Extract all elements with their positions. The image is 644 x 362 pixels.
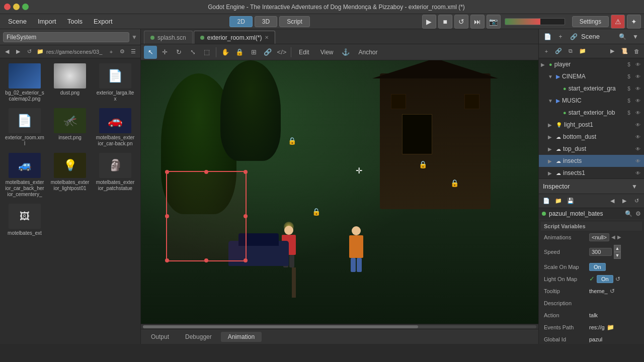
filesystem-dropdown[interactable]: FileSystem — [3, 32, 129, 42]
light-on-map-toggle[interactable]: On — [597, 275, 613, 283]
fs-view-button[interactable]: ☰ — [128, 47, 138, 57]
fs-forward-button[interactable]: ▶ — [13, 47, 23, 57]
tooltip-reset[interactable]: ↺ — [610, 288, 615, 295]
insp-file-btn[interactable]: 📄 — [541, 196, 552, 207]
window-controls[interactable] — [4, 4, 29, 10]
menu-export[interactable]: Export — [89, 16, 118, 27]
tool-script[interactable]: </> — [275, 46, 288, 59]
tree-eye-top_dust[interactable]: 👁 — [634, 145, 642, 153]
tree-item-start_exterior_gra[interactable]: ●start_exterior_gra$👁 — [539, 82, 644, 95]
tool-select2[interactable]: ⬚ — [200, 46, 213, 59]
tab-animation[interactable]: Animation — [221, 332, 262, 342]
light-on-map-reset[interactable]: ↺ — [615, 276, 620, 283]
anim-arrow-left[interactable]: ◀ — [611, 234, 615, 240]
view-2d-button[interactable]: 2D — [229, 16, 252, 27]
view-script-button[interactable]: Script — [279, 16, 310, 27]
view-3d-button[interactable]: 3D — [255, 16, 277, 27]
speed-input[interactable]: 300 — [589, 248, 612, 256]
close-button[interactable] — [4, 4, 11, 10]
fs-dropdown-arrow[interactable]: ▼ — [131, 34, 137, 41]
tree-arrow-CINEMA[interactable]: ▼ — [548, 74, 554, 79]
tool-scale[interactable]: ⤡ — [186, 46, 199, 59]
sel-handle-tl[interactable] — [165, 170, 169, 174]
tool-link[interactable]: 🔗 — [261, 46, 274, 59]
tree-arrow-top_dust[interactable]: ▶ — [548, 146, 554, 152]
tree-eye-insects1[interactable]: 👁 — [634, 169, 642, 177]
scene-file-btn[interactable]: 📄 — [542, 31, 553, 42]
tree-eye-start_exterior_gra[interactable]: 👁 — [634, 84, 642, 93]
speed-down-btn[interactable]: ▼ — [614, 252, 621, 259]
menu-scene[interactable]: Scene — [3, 16, 32, 27]
fs-folder-button[interactable]: 📁 — [35, 47, 45, 57]
insp-gear-node-btn[interactable]: ⚙ — [635, 210, 641, 217]
tab-debugger[interactable]: Debugger — [178, 332, 219, 342]
tree-arrow-light_post1[interactable]: ▶ — [548, 122, 554, 128]
tab-exterior[interactable]: exterior_room.xml(*) ✕ — [194, 31, 276, 44]
tree-item-player[interactable]: ▶●player$👁 — [539, 58, 644, 70]
fs-refresh-button[interactable]: ↺ — [24, 47, 34, 57]
insp-save-btn[interactable]: 💾 — [565, 196, 576, 207]
sel-handle-ml[interactable] — [165, 214, 169, 218]
tree-eye-start_exterior_lob[interactable]: 👁 — [634, 109, 642, 117]
st-script-btn[interactable]: 📜 — [619, 46, 630, 57]
file-item-0[interactable]: bg_02_exterior_scalemap2.png — [3, 61, 46, 104]
st-delete-btn[interactable]: 🗑 — [631, 46, 642, 57]
tab-splash[interactable]: splash.scn — [144, 31, 193, 44]
field-animations-val[interactable]: <null> ◀ ▶ — [589, 233, 639, 241]
tool-lock[interactable]: 🔒 — [233, 46, 246, 59]
tool-pan[interactable]: ✋ — [219, 46, 232, 59]
tree-eye-CINEMA[interactable]: 👁 — [634, 72, 642, 80]
sel-handle-tm[interactable] — [204, 170, 208, 174]
file-item-5[interactable]: 🚗motelbates_exterior_car-back.pn — [94, 106, 137, 149]
maximize-button[interactable] — [22, 4, 29, 10]
st-instance-btn[interactable]: 🔗 — [553, 46, 564, 57]
tool-group[interactable]: ⊞ — [247, 46, 260, 59]
tree-eye-light_post1[interactable]: 👁 — [634, 121, 642, 129]
debug-button[interactable]: ⏭ — [470, 15, 485, 29]
events-path-folder-btn[interactable]: 📁 — [607, 324, 614, 331]
tree-item-top_dust[interactable]: ▶☁top_dust👁 — [539, 143, 644, 155]
fs-settings-button[interactable]: ⚙ — [117, 47, 127, 57]
anchor-label[interactable]: Anchor — [353, 48, 382, 57]
file-item-7[interactable]: 💡motelbates_exterior_lightpost01 — [48, 151, 92, 200]
tree-eye-bottom_dust[interactable]: 👁 — [634, 133, 642, 141]
tree-eye-insects[interactable]: 👁 — [634, 157, 642, 165]
menu-tools[interactable]: Tools — [62, 16, 88, 27]
step-button[interactable]: ↺ — [454, 15, 468, 29]
fs-add-button[interactable]: + — [106, 47, 116, 57]
tree-item-bottom_dust[interactable]: ▶☁bottom_dust👁 — [539, 131, 644, 143]
tree-dollar-start_exterior_lob[interactable]: $ — [625, 109, 633, 117]
anim-arrow-right[interactable]: ▶ — [617, 234, 621, 240]
tree-dollar-start_exterior_gra[interactable]: $ — [625, 84, 633, 93]
file-item-8[interactable]: 🗿motelbates_exterior_patchstatue — [94, 151, 137, 200]
tree-arrow-player[interactable]: ▶ — [541, 62, 547, 67]
settings-button[interactable]: Settings — [572, 16, 609, 27]
tree-item-CINEMA[interactable]: ▼▶CINEMA$👁 — [539, 70, 644, 82]
tool-select[interactable]: ↖ — [144, 46, 157, 59]
tree-arrow-insects[interactable]: ▶ — [548, 158, 554, 164]
fs-back-button[interactable]: ◀ — [2, 47, 12, 57]
config-button[interactable]: ✦ — [627, 15, 641, 29]
view-label[interactable]: View — [315, 48, 339, 57]
scene-link-btn[interactable]: 🔗 — [568, 31, 579, 42]
file-item-3[interactable]: 📄exterior_room.xml — [3, 106, 46, 149]
insp-search-node-btn[interactable]: 🔍 — [625, 210, 632, 217]
selection-box[interactable] — [166, 171, 247, 261]
tab-output[interactable]: Output — [144, 332, 176, 342]
st-duplicate-btn[interactable]: ⧉ — [565, 46, 576, 57]
speed-stepper[interactable]: ▲ ▼ — [614, 245, 621, 259]
insp-next-btn[interactable]: ▶ — [619, 196, 630, 207]
tree-arrow-MUSIC[interactable]: ▼ — [548, 98, 554, 104]
tree-item-insects1[interactable]: ▶☁insects1👁 — [539, 167, 644, 179]
file-item-1[interactable]: dust.png — [48, 61, 92, 104]
scene-search-btn[interactable]: 🔍 — [617, 31, 628, 42]
tool-rotate[interactable]: ↻ — [172, 46, 185, 59]
tree-eye-MUSIC[interactable]: 👁 — [634, 97, 642, 105]
animations-dropdown[interactable]: <null> — [589, 233, 609, 241]
speed-up-btn[interactable]: ▲ — [614, 245, 621, 252]
tree-eye-player[interactable]: 👁 — [634, 60, 642, 68]
h-scrollbar[interactable] — [141, 324, 538, 329]
scene-dropdown-btn[interactable]: ▼ — [630, 31, 641, 42]
scale-on-map-toggle[interactable]: On — [589, 263, 606, 271]
tree-dollar-CINEMA[interactable]: $ — [625, 72, 633, 80]
